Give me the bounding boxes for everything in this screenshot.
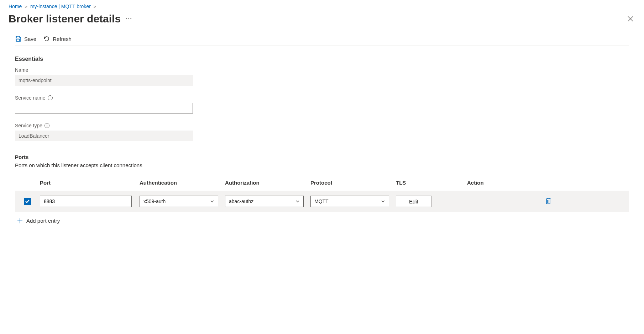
service-name-label-text: Service name <box>15 95 46 101</box>
info-icon[interactable]: i <box>48 95 53 100</box>
essentials-heading: Essentials <box>15 56 629 62</box>
trash-icon <box>545 197 551 205</box>
refresh-button[interactable]: Refresh <box>43 36 72 42</box>
title-row: Broker listener details ··· <box>0 9 644 32</box>
authentication-select[interactable]: x509-auth <box>140 196 218 207</box>
protocol-value: MQTT <box>314 198 329 204</box>
breadcrumb-separator: > <box>25 4 27 9</box>
ports-section: Ports Ports on which this listener accep… <box>15 154 629 229</box>
tls-edit-label: Edit <box>409 198 418 205</box>
service-type-label: Service type i <box>15 123 629 128</box>
tls-edit-button[interactable]: Edit <box>396 196 431 207</box>
ports-heading: Ports <box>15 154 629 160</box>
service-name-input[interactable] <box>15 103 193 113</box>
row-checkbox[interactable] <box>24 198 31 205</box>
svg-rect-2 <box>17 39 20 41</box>
ports-header: Port Authentication Authorization Protoc… <box>15 176 629 191</box>
breadcrumb-separator: > <box>94 4 96 9</box>
check-icon <box>25 200 30 203</box>
page-title-text: Broker listener details <box>9 13 121 25</box>
close-icon <box>628 16 633 22</box>
breadcrumb-instance[interactable]: my-instance | MQTT broker <box>30 4 91 9</box>
col-port: Port <box>40 180 140 186</box>
refresh-icon <box>43 36 50 42</box>
service-type-field: Service type i <box>15 123 629 141</box>
name-field: Name <box>15 67 629 86</box>
plus-icon <box>17 218 23 224</box>
service-type-input <box>15 131 193 141</box>
info-icon[interactable]: i <box>44 123 49 128</box>
port-input[interactable] <box>40 196 132 207</box>
breadcrumb-home[interactable]: Home <box>9 4 22 9</box>
add-port-entry-label: Add port entry <box>26 218 60 224</box>
service-type-label-text: Service type <box>15 123 42 128</box>
add-port-entry-button[interactable]: Add port entry <box>15 212 629 229</box>
col-authz: Authorization <box>225 180 310 186</box>
breadcrumb: Home > my-instance | MQTT broker > <box>0 0 644 9</box>
refresh-label: Refresh <box>53 36 72 42</box>
col-authn: Authentication <box>140 180 225 186</box>
content: Essentials Name Service name i Service t… <box>0 46 644 239</box>
col-action: Action <box>467 180 629 186</box>
service-name-field: Service name i <box>15 95 629 113</box>
service-name-label: Service name i <box>15 95 629 101</box>
authentication-value: x509-auth <box>143 198 166 204</box>
authorization-select[interactable]: abac-authz <box>225 196 304 207</box>
authorization-value: abac-authz <box>229 198 253 204</box>
save-button[interactable]: Save <box>15 36 36 42</box>
ports-description: Ports on which this listener accepts cli… <box>15 162 629 168</box>
ports-table: Port Authentication Authorization Protoc… <box>15 176 629 212</box>
chevron-down-icon <box>381 199 385 203</box>
col-protocol: Protocol <box>310 180 396 186</box>
protocol-select[interactable]: MQTT <box>310 196 389 207</box>
toolbar: Save Refresh <box>15 32 629 46</box>
more-icon[interactable]: ··· <box>126 15 132 23</box>
delete-row-button[interactable] <box>545 197 551 206</box>
col-tls: TLS <box>396 180 467 186</box>
page-title: Broker listener details ··· <box>9 13 132 25</box>
chevron-down-icon <box>295 199 300 203</box>
save-icon <box>15 36 21 42</box>
chevron-down-icon <box>210 199 214 203</box>
close-button[interactable] <box>625 14 635 24</box>
name-input <box>15 75 193 86</box>
name-label: Name <box>15 67 629 73</box>
table-row: x509-auth abac-authz MQTT <box>15 191 629 212</box>
save-label: Save <box>24 36 36 42</box>
